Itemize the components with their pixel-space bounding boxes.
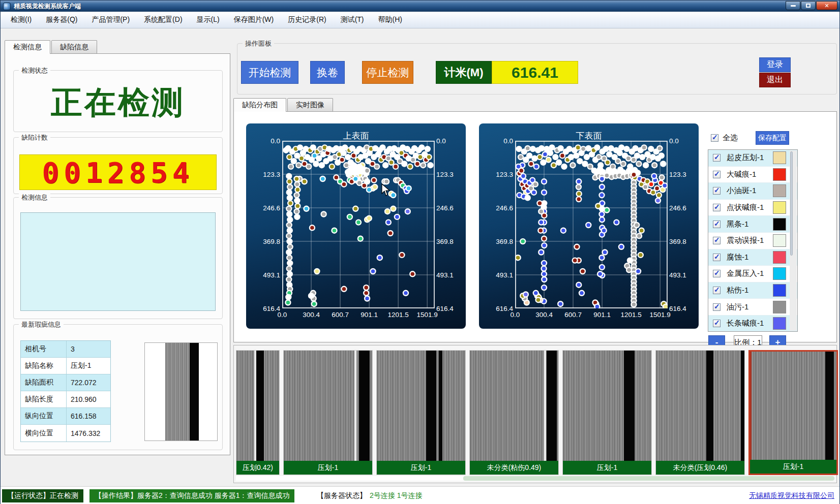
thumbnail-item[interactable]: 压划-1 <box>376 350 466 475</box>
menu-item[interactable]: 保存图片(W) <box>227 12 281 28</box>
legend-item-label: 油污-1 <box>727 302 748 312</box>
x-tick-label: 300.4 <box>303 311 320 319</box>
thumbnail-stripe <box>750 352 752 460</box>
start-detect-button[interactable]: 开始检测 <box>241 61 298 84</box>
thumbnail-item[interactable]: 压划0.42) <box>236 350 280 475</box>
legend-color-swatch <box>773 168 786 181</box>
menu-item[interactable]: 检测(I) <box>4 12 39 28</box>
tab-defect-info[interactable]: 缺陷信息 <box>51 40 97 53</box>
thumbnail-label: 压划0.42) <box>236 461 279 475</box>
x-tick-label: 901.1 <box>361 311 378 319</box>
checkbox-icon[interactable] <box>713 270 721 277</box>
tab-defect-distribution[interactable]: 缺陷分布图 <box>233 98 286 112</box>
stop-detect-button[interactable]: 停止检测 <box>362 61 413 84</box>
legend-item-label: 大碱痕-1 <box>727 170 756 179</box>
thumbnail-item[interactable]: 未分类(压划0.46) <box>655 350 745 475</box>
defect-field-label: 纵向位置 <box>21 408 67 425</box>
checkbox-icon[interactable] <box>713 287 721 294</box>
scatter-plot[interactable] <box>282 141 435 308</box>
menu-item[interactable]: 服务器(Q) <box>39 12 84 28</box>
checkbox-icon[interactable] <box>713 187 721 195</box>
legend-item[interactable]: 大碱痕-1 <box>708 167 797 183</box>
detect-info-page: 检测状态 正在检测 缺陷计数 0012854 检测信息 最新瑕疵信息 相机号3缺… <box>5 53 230 455</box>
thumbnail-image <box>750 352 836 460</box>
tab-realtime-image[interactable]: 实时图像 <box>287 98 333 111</box>
y-tick-label: 0.0 <box>669 137 679 145</box>
y-tick-label: 123.3 <box>436 171 454 178</box>
save-config-button[interactable]: 保存配置 <box>756 131 789 145</box>
y-tick-label: 246.6 <box>496 204 513 212</box>
detect-info-textarea[interactable] <box>20 212 216 311</box>
checkbox-icon[interactable] <box>713 171 721 178</box>
checkbox-icon[interactable] <box>713 154 721 162</box>
y-tick-label: 369.8 <box>669 237 686 245</box>
login-button[interactable]: 登录 <box>759 57 791 72</box>
legend-item-label: 粘伤-1 <box>727 286 748 295</box>
title-bar[interactable]: 精质视觉检测系统客户端 ✕ <box>1 1 839 12</box>
legend-item-label: 黑条-1 <box>727 219 748 229</box>
thumbnail-label: 压划-1 <box>750 460 836 474</box>
legend-item[interactable]: 起皮压划-1 <box>708 150 797 167</box>
thumbnail-image <box>284 351 372 461</box>
change-roll-button[interactable]: 换卷 <box>310 61 345 84</box>
x-tick-label: 0.0 <box>278 311 287 319</box>
thumbnail-item[interactable]: 压划-1 <box>283 350 373 475</box>
legend-color-swatch <box>773 267 786 280</box>
thumbnail-stripe <box>439 351 442 461</box>
menu-item[interactable]: 显示(L) <box>190 12 227 28</box>
legend-item[interactable]: 金属压入-1 <box>708 266 797 282</box>
thumbnail-scrollbar[interactable] <box>236 476 834 481</box>
close-button[interactable]: ✕ <box>816 1 837 10</box>
legend-scrollbar[interactable] <box>790 150 797 331</box>
legend-item[interactable]: 震动误报-1 <box>708 233 797 249</box>
defect-field-value: 1476.332 <box>67 425 110 442</box>
defect-field-label: 横向位置 <box>21 425 67 442</box>
thumbnail-label: 未分类(压划0.46) <box>656 461 744 475</box>
y-tick-label: 123.3 <box>496 171 513 178</box>
legend-item[interactable]: 粘伤-1 <box>708 282 797 299</box>
menu-item[interactable]: 历史记录(R) <box>281 12 333 28</box>
checkbox-icon[interactable] <box>713 303 721 311</box>
select-all-checkbox[interactable] <box>711 134 718 142</box>
x-tick-label: 1501.9 <box>417 311 438 319</box>
thumbnail-label: 压划-1 <box>377 461 465 475</box>
minimize-button[interactable] <box>786 1 800 10</box>
legend-item[interactable]: 长条碱痕-1 <box>708 316 797 332</box>
menu-item[interactable]: 产品管理(P) <box>84 12 137 28</box>
maximize-button[interactable] <box>801 1 816 10</box>
tab-detect-info[interactable]: 检测信息 <box>5 40 50 54</box>
thumbnail-item[interactable]: 压划-1 <box>562 350 652 475</box>
defect-field-value: 616.158 <box>67 408 110 425</box>
thumbnail-item[interactable]: 压划-1 <box>748 350 838 475</box>
checkbox-icon[interactable] <box>713 320 721 327</box>
menu-item[interactable]: 系统配置(D) <box>137 12 189 28</box>
checkbox-icon[interactable] <box>713 237 721 244</box>
thumbnail-image <box>470 351 558 461</box>
checkbox-icon[interactable] <box>713 254 721 261</box>
legend-item[interactable]: 黑条-1 <box>708 216 797 233</box>
legend-item[interactable]: 油污-1 <box>708 299 797 316</box>
menu-bar: 检测(I)服务器(Q)产品管理(P)系统配置(D)显示(L)保存图片(W)历史记… <box>1 12 839 28</box>
logout-button[interactable]: 退出 <box>759 73 791 87</box>
legend-item[interactable]: 小油斑-1 <box>708 183 797 200</box>
defect-table-row: 缺陷长度210.960 <box>21 391 110 408</box>
operation-result-badge: 【操作结果】服务器2：查询信息成功 服务器1：查询信息成功 <box>89 489 294 502</box>
legend-item[interactable]: 点状碱痕-1 <box>708 200 797 216</box>
menu-item[interactable]: 帮助(H) <box>371 12 409 28</box>
latest-defect-title: 最新瑕疵信息 <box>19 320 64 329</box>
thumbnail-item[interactable]: 未分类(粘伤0.49) <box>469 350 559 475</box>
y-tick-label: 123.3 <box>263 171 280 178</box>
thumbnail-stripe <box>706 351 713 461</box>
window-title: 精质视觉检测系统客户端 <box>14 2 81 11</box>
checkbox-icon[interactable] <box>713 204 721 211</box>
company-link[interactable]: 无锡精质视觉科技有限公司 <box>749 491 834 500</box>
legend-item[interactable]: 腐蚀-1 <box>708 249 797 266</box>
defect-table-row: 相机号3 <box>21 341 110 358</box>
legend-item-label: 长条碱痕-1 <box>727 319 764 328</box>
y-tick-label: 493.1 <box>496 271 513 278</box>
checkbox-icon[interactable] <box>713 220 721 228</box>
thumbnail-stripe <box>547 351 556 461</box>
scatter-plot[interactable] <box>515 141 668 308</box>
menu-item[interactable]: 测试(T) <box>334 12 371 28</box>
y-tick-label: 0.0 <box>436 137 446 145</box>
